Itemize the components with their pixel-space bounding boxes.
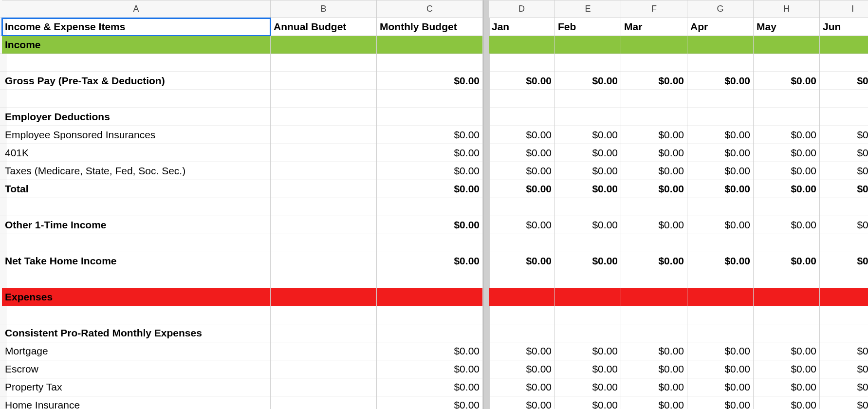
cell-C[interactable]: $0.00 — [377, 144, 483, 162]
cell-month[interactable]: $0.00 — [687, 342, 754, 360]
cell-month[interactable]: $0.00 — [489, 144, 555, 162]
cell-month[interactable]: $0.00 — [754, 342, 820, 360]
cell-C[interactable]: $0.00 — [377, 180, 483, 198]
cell-month[interactable]: $0.00 — [555, 396, 621, 409]
cell-B[interactable] — [271, 360, 377, 378]
cell-B[interactable] — [271, 270, 377, 288]
cell-month[interactable]: $0.00 — [754, 180, 820, 198]
cell-month[interactable]: $0.00 — [621, 252, 687, 270]
cell-month[interactable]: $0.00 — [621, 126, 687, 144]
cell-month[interactable] — [754, 198, 820, 216]
col-header-F[interactable]: F — [621, 0, 687, 18]
cell-month[interactable] — [489, 270, 555, 288]
cell-A[interactable]: Taxes (Medicare, State, Fed, Soc. Sec.) — [2, 162, 271, 180]
cell-B1[interactable]: Annual Budget — [271, 18, 377, 36]
cell-month[interactable] — [621, 234, 687, 252]
cell-month[interactable] — [754, 54, 820, 72]
cell-C[interactable] — [377, 90, 483, 108]
cell-A[interactable] — [2, 54, 271, 72]
cell-month[interactable]: $0.00 — [754, 126, 820, 144]
cell-month[interactable]: $0.00 — [621, 162, 687, 180]
cell-month[interactable]: $0.00 — [489, 342, 555, 360]
cell-A[interactable]: Employee Sponsored Insurances — [2, 126, 271, 144]
cell-A[interactable]: Escrow — [2, 360, 271, 378]
cell-month[interactable] — [687, 270, 754, 288]
cell-month[interactable] — [621, 324, 687, 342]
cell-month[interactable]: $0.00 — [489, 180, 555, 198]
cell-A[interactable]: Employer Deductions — [2, 108, 271, 126]
cell-month[interactable]: $0.00 — [687, 360, 754, 378]
cell-month[interactable]: $0.00 — [555, 72, 621, 90]
cell-B[interactable] — [271, 144, 377, 162]
cell-D1[interactable]: Jan — [489, 18, 555, 36]
cell-month[interactable] — [820, 306, 868, 324]
cell-month[interactable]: $0.00 — [489, 396, 555, 409]
cell-month[interactable]: $0.00 — [621, 396, 687, 409]
cell-month[interactable] — [754, 234, 820, 252]
cell-month[interactable] — [687, 306, 754, 324]
cell-month[interactable] — [489, 306, 555, 324]
cell-month[interactable] — [754, 324, 820, 342]
cell-month[interactable]: $0.00 — [555, 342, 621, 360]
cell-month[interactable] — [555, 324, 621, 342]
cell-month[interactable]: $0.00 — [621, 216, 687, 234]
cell-A1[interactable]: Income & Expense Items — [2, 18, 271, 36]
cell-A[interactable] — [2, 306, 271, 324]
cell-month[interactable] — [555, 108, 621, 126]
cell-month[interactable]: $0.00 — [555, 180, 621, 198]
cell-month[interactable]: $0.00 — [687, 252, 754, 270]
cell-H1[interactable]: May — [754, 18, 820, 36]
cell-C[interactable]: $0.00 — [377, 360, 483, 378]
cell-month[interactable]: $0.00 — [754, 252, 820, 270]
cell-month[interactable]: $0.00 — [820, 216, 868, 234]
cell-A[interactable]: Expenses — [2, 288, 271, 306]
cell-B[interactable] — [271, 126, 377, 144]
cell-month[interactable]: $0.00 — [820, 126, 868, 144]
cell-month[interactable]: $0.00 — [555, 216, 621, 234]
cell-month[interactable]: $0.00 — [820, 162, 868, 180]
cell-month[interactable] — [489, 108, 555, 126]
cell-A[interactable]: Total — [2, 180, 271, 198]
cell-month[interactable]: $0.00 — [555, 126, 621, 144]
cell-C[interactable] — [377, 54, 483, 72]
cell-B[interactable] — [271, 90, 377, 108]
cell-C[interactable]: $0.00 — [377, 126, 483, 144]
cell-A[interactable]: Net Take Home Income — [2, 252, 271, 270]
cell-month[interactable]: $0.00 — [489, 216, 555, 234]
cell-month[interactable] — [555, 306, 621, 324]
cell-month[interactable] — [621, 108, 687, 126]
cell-C[interactable] — [377, 198, 483, 216]
cell-month[interactable] — [687, 54, 754, 72]
cell-month[interactable] — [820, 90, 868, 108]
cell-month[interactable]: $0.00 — [489, 378, 555, 396]
cell-month[interactable]: $0.00 — [687, 144, 754, 162]
cell-month[interactable] — [621, 198, 687, 216]
cell-month[interactable]: $0.00 — [754, 162, 820, 180]
cell-C[interactable]: $0.00 — [377, 342, 483, 360]
cell-month[interactable]: $0.00 — [687, 180, 754, 198]
cell-month[interactable] — [555, 288, 621, 306]
cell-month[interactable] — [754, 306, 820, 324]
cell-B[interactable] — [271, 180, 377, 198]
cell-month[interactable]: $0.00 — [555, 378, 621, 396]
cell-B[interactable] — [271, 108, 377, 126]
cell-C[interactable] — [377, 306, 483, 324]
cell-E1[interactable]: Feb — [555, 18, 621, 36]
cell-A[interactable] — [2, 270, 271, 288]
spreadsheet[interactable]: A B C D E F G H I J Income & Expense Ite… — [0, 0, 868, 409]
cell-B[interactable] — [271, 198, 377, 216]
cell-month[interactable] — [621, 270, 687, 288]
cell-month[interactable] — [687, 36, 754, 54]
cell-G1[interactable]: Apr — [687, 18, 754, 36]
cell-month[interactable]: $0.00 — [687, 162, 754, 180]
cell-month[interactable] — [820, 198, 868, 216]
cell-month[interactable] — [820, 288, 868, 306]
cell-C[interactable] — [377, 324, 483, 342]
cell-month[interactable] — [820, 234, 868, 252]
cell-month[interactable] — [621, 306, 687, 324]
cell-C[interactable] — [377, 288, 483, 306]
cell-A[interactable] — [2, 234, 271, 252]
cell-month[interactable]: $0.00 — [621, 72, 687, 90]
cell-month[interactable]: $0.00 — [820, 252, 868, 270]
cell-month[interactable] — [687, 234, 754, 252]
